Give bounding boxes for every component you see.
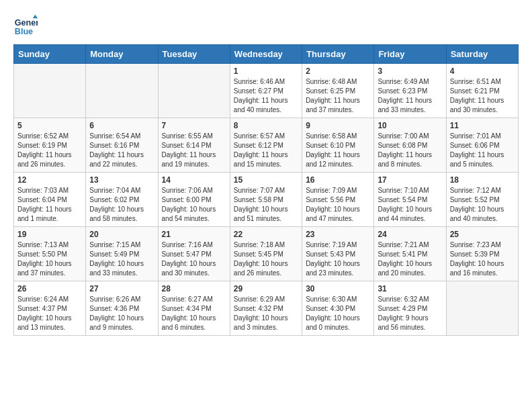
weekday-header-friday: Friday [374, 45, 446, 64]
day-number: 6 [89, 121, 154, 130]
day-info: Sunrise: 7:07 AM Sunset: 5:58 PM Dayligh… [234, 186, 298, 224]
calendar-cell: 7Sunrise: 6:55 AM Sunset: 6:14 PM Daylig… [158, 118, 230, 173]
calendar-cell: 31Sunrise: 6:32 AM Sunset: 4:29 PM Dayli… [374, 281, 446, 336]
day-info: Sunrise: 6:32 AM Sunset: 4:29 PM Dayligh… [378, 295, 442, 332]
day-info: Sunrise: 7:21 AM Sunset: 5:41 PM Dayligh… [378, 240, 442, 278]
day-info: Sunrise: 6:49 AM Sunset: 6:23 PM Dayligh… [378, 77, 442, 115]
day-info: Sunrise: 7:16 AM Sunset: 5:47 PM Dayligh… [162, 240, 226, 278]
day-number: 31 [378, 284, 442, 293]
day-info: Sunrise: 7:06 AM Sunset: 6:00 PM Dayligh… [162, 186, 226, 224]
day-info: Sunrise: 6:48 AM Sunset: 6:25 PM Dayligh… [306, 77, 370, 115]
day-number: 11 [450, 121, 515, 130]
day-number: 21 [162, 230, 226, 239]
calendar-cell: 21Sunrise: 7:16 AM Sunset: 5:47 PM Dayli… [158, 227, 230, 281]
day-number: 10 [378, 121, 442, 130]
week-row-3: 12Sunrise: 7:03 AM Sunset: 6:04 PM Dayli… [14, 173, 519, 227]
day-number: 13 [89, 175, 154, 185]
day-info: Sunrise: 6:26 AM Sunset: 4:36 PM Dayligh… [89, 295, 154, 332]
weekday-header-row: SundayMondayTuesdayWednesdayThursdayFrid… [14, 45, 519, 64]
week-row-1: 1Sunrise: 6:46 AM Sunset: 6:27 PM Daylig… [14, 64, 519, 118]
day-info: Sunrise: 6:24 AM Sunset: 4:37 PM Dayligh… [17, 295, 82, 332]
calendar-cell: 12Sunrise: 7:03 AM Sunset: 6:04 PM Dayli… [14, 173, 86, 227]
svg-text:Blue: Blue [15, 27, 33, 36]
day-info: Sunrise: 6:51 AM Sunset: 6:21 PM Dayligh… [450, 77, 515, 115]
day-number: 15 [234, 175, 298, 185]
day-info: Sunrise: 6:57 AM Sunset: 6:12 PM Dayligh… [234, 132, 298, 169]
day-info: Sunrise: 6:30 AM Sunset: 4:30 PM Dayligh… [306, 295, 370, 332]
day-info: Sunrise: 7:04 AM Sunset: 6:02 PM Dayligh… [89, 186, 154, 224]
week-row-2: 5Sunrise: 6:52 AM Sunset: 6:19 PM Daylig… [14, 118, 519, 173]
calendar-cell: 20Sunrise: 7:15 AM Sunset: 5:49 PM Dayli… [86, 227, 158, 281]
day-info: Sunrise: 7:18 AM Sunset: 5:45 PM Dayligh… [234, 240, 298, 278]
day-number: 24 [378, 230, 442, 239]
day-info: Sunrise: 7:03 AM Sunset: 6:04 PM Dayligh… [17, 186, 82, 224]
day-info: Sunrise: 7:12 AM Sunset: 5:52 PM Dayligh… [450, 186, 515, 224]
calendar-cell: 24Sunrise: 7:21 AM Sunset: 5:41 PM Dayli… [374, 227, 446, 281]
calendar-cell [446, 281, 518, 336]
calendar-cell: 1Sunrise: 6:46 AM Sunset: 6:27 PM Daylig… [230, 64, 302, 118]
day-info: Sunrise: 7:19 AM Sunset: 5:43 PM Dayligh… [306, 240, 370, 278]
calendar-cell: 13Sunrise: 7:04 AM Sunset: 6:02 PM Dayli… [86, 173, 158, 227]
day-number: 30 [306, 284, 370, 293]
calendar-cell: 16Sunrise: 7:09 AM Sunset: 5:56 PM Dayli… [302, 173, 374, 227]
calendar-cell [86, 64, 158, 118]
day-info: Sunrise: 6:29 AM Sunset: 4:32 PM Dayligh… [234, 295, 298, 332]
weekday-header-wednesday: Wednesday [230, 45, 302, 64]
calendar-cell: 22Sunrise: 7:18 AM Sunset: 5:45 PM Dayli… [230, 227, 302, 281]
weekday-header-thursday: Thursday [302, 45, 374, 64]
calendar-cell: 10Sunrise: 7:00 AM Sunset: 6:08 PM Dayli… [374, 118, 446, 173]
day-info: Sunrise: 7:01 AM Sunset: 6:06 PM Dayligh… [450, 132, 515, 169]
day-info: Sunrise: 7:09 AM Sunset: 5:56 PM Dayligh… [306, 186, 370, 224]
day-number: 12 [17, 175, 82, 185]
calendar-cell: 23Sunrise: 7:19 AM Sunset: 5:43 PM Dayli… [302, 227, 374, 281]
day-number: 7 [162, 121, 226, 130]
day-number: 26 [17, 284, 82, 293]
day-number: 22 [234, 230, 298, 239]
calendar-cell: 17Sunrise: 7:10 AM Sunset: 5:54 PM Dayli… [374, 173, 446, 227]
day-number: 5 [17, 121, 82, 130]
day-number: 16 [306, 175, 370, 185]
calendar-cell: 28Sunrise: 6:27 AM Sunset: 4:34 PM Dayli… [158, 281, 230, 336]
day-info: Sunrise: 7:15 AM Sunset: 5:49 PM Dayligh… [89, 240, 154, 278]
weekday-header-tuesday: Tuesday [158, 45, 230, 64]
calendar-cell: 30Sunrise: 6:30 AM Sunset: 4:30 PM Dayli… [302, 281, 374, 336]
calendar-cell: 29Sunrise: 6:29 AM Sunset: 4:32 PM Dayli… [230, 281, 302, 336]
day-number: 8 [234, 121, 298, 130]
weekday-header-saturday: Saturday [446, 45, 518, 64]
day-info: Sunrise: 6:58 AM Sunset: 6:10 PM Dayligh… [306, 132, 370, 169]
day-info: Sunrise: 6:46 AM Sunset: 6:27 PM Dayligh… [234, 77, 298, 115]
calendar-cell: 5Sunrise: 6:52 AM Sunset: 6:19 PM Daylig… [14, 118, 86, 173]
calendar-cell: 25Sunrise: 7:23 AM Sunset: 5:39 PM Dayli… [446, 227, 518, 281]
svg-marker-2 [33, 15, 38, 18]
day-number: 23 [306, 230, 370, 239]
day-info: Sunrise: 6:27 AM Sunset: 4:34 PM Dayligh… [162, 295, 226, 332]
day-info: Sunrise: 6:52 AM Sunset: 6:19 PM Dayligh… [17, 132, 82, 169]
calendar-cell: 6Sunrise: 6:54 AM Sunset: 6:16 PM Daylig… [86, 118, 158, 173]
day-number: 20 [89, 230, 154, 239]
calendar-cell: 2Sunrise: 6:48 AM Sunset: 6:25 PM Daylig… [302, 64, 374, 118]
day-info: Sunrise: 6:54 AM Sunset: 6:16 PM Dayligh… [89, 132, 154, 169]
day-number: 3 [378, 66, 442, 76]
calendar-cell [158, 64, 230, 118]
day-number: 9 [306, 121, 370, 130]
header: General Blue [13, 13, 519, 38]
day-number: 29 [234, 284, 298, 293]
day-number: 18 [450, 175, 515, 185]
calendar-cell: 9Sunrise: 6:58 AM Sunset: 6:10 PM Daylig… [302, 118, 374, 173]
calendar-cell: 27Sunrise: 6:26 AM Sunset: 4:36 PM Dayli… [86, 281, 158, 336]
calendar-cell: 3Sunrise: 6:49 AM Sunset: 6:23 PM Daylig… [374, 64, 446, 118]
logo: General Blue [13, 13, 40, 38]
day-number: 1 [234, 66, 298, 76]
calendar-cell: 14Sunrise: 7:06 AM Sunset: 6:00 PM Dayli… [158, 173, 230, 227]
day-info: Sunrise: 6:55 AM Sunset: 6:14 PM Dayligh… [162, 132, 226, 169]
day-info: Sunrise: 7:10 AM Sunset: 5:54 PM Dayligh… [378, 186, 442, 224]
day-number: 28 [162, 284, 226, 293]
day-number: 2 [306, 66, 370, 76]
calendar-cell: 26Sunrise: 6:24 AM Sunset: 4:37 PM Dayli… [14, 281, 86, 336]
calendar-cell: 11Sunrise: 7:01 AM Sunset: 6:06 PM Dayli… [446, 118, 518, 173]
calendar: SundayMondayTuesdayWednesdayThursdayFrid… [13, 44, 519, 336]
calendar-cell: 19Sunrise: 7:13 AM Sunset: 5:50 PM Dayli… [14, 227, 86, 281]
calendar-cell: 18Sunrise: 7:12 AM Sunset: 5:52 PM Dayli… [446, 173, 518, 227]
calendar-cell: 15Sunrise: 7:07 AM Sunset: 5:58 PM Dayli… [230, 173, 302, 227]
calendar-cell: 4Sunrise: 6:51 AM Sunset: 6:21 PM Daylig… [446, 64, 518, 118]
